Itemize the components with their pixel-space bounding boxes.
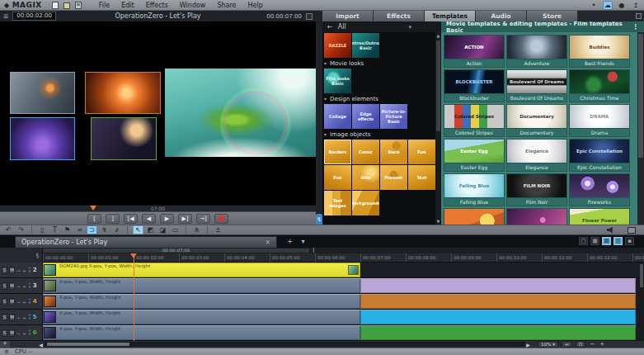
back-icon[interactable]: ← <box>327 23 333 31</box>
close-icon[interactable]: × <box>28 333 31 336</box>
ungroup-icon[interactable]: ∂ <box>111 225 122 234</box>
close-icon[interactable]: × <box>28 301 31 305</box>
mute-button[interactable]: M <box>9 267 15 274</box>
range-start-button[interactable]: [ <box>87 214 101 224</box>
range-end-button[interactable]: ] <box>106 214 120 224</box>
play-button[interactable]: ▶ <box>160 214 174 224</box>
zoom-out-button[interactable]: − <box>589 341 595 348</box>
range-tool-icon[interactable]: ▭ <box>170 225 181 234</box>
monitor-view-icon[interactable]: ▢ <box>579 237 588 245</box>
cloud-share-icon[interactable]: ☁ <box>603 1 613 10</box>
scroll-up-icon[interactable]: ▲ <box>435 32 441 39</box>
menu-share[interactable]: Share <box>211 2 242 9</box>
category-thumb[interactable]: Deco <box>380 140 407 164</box>
category-thumb[interactable]: Fun <box>324 165 351 190</box>
record-button[interactable] <box>214 214 228 224</box>
track-expand-icons[interactable]: +× <box>28 329 31 336</box>
template-card[interactable]: FILM NOIRFilm Noir <box>506 173 567 206</box>
redo-icon[interactable]: ↷ <box>16 225 26 234</box>
delete-icon[interactable]: ▯ <box>37 225 48 234</box>
undo-icon[interactable]: ↶ <box>3 225 14 234</box>
range-end-marker[interactable]: ] <box>313 248 314 252</box>
project-tab[interactable]: OperationZero - Let's Play × <box>15 236 277 248</box>
category-thumb[interactable]: Borders <box>324 140 351 164</box>
save-project-icon[interactable] <box>75 2 82 9</box>
category-scrollbar[interactable]: ▲ ▼ <box>435 32 441 225</box>
curve-icon[interactable]: ~ <box>16 283 21 289</box>
timeline-clip[interactable]: X-pos, Y-pos, Width, Height <box>43 310 360 324</box>
category-thumb[interactable]: Fun <box>408 140 435 164</box>
scrollbar-thumb[interactable] <box>640 264 643 287</box>
scrollbar-thumb[interactable] <box>47 343 129 346</box>
mute-button[interactable]: M <box>9 314 15 321</box>
dot-icon[interactable]: • <box>589 1 599 10</box>
zoom-fit-button[interactable]: ↔ <box>562 341 572 348</box>
open-project-icon[interactable] <box>63 2 70 9</box>
template-card[interactable]: Epic ConstellationEpic Constellation <box>569 139 630 172</box>
section-header[interactable]: ▾Movie looks <box>324 58 435 69</box>
zoom-frame-button[interactable]: ⊡ <box>576 341 586 348</box>
storyboard-mode-icon[interactable]: ▤ <box>602 237 611 245</box>
template-card[interactable]: Falling BlueFalling Blue <box>444 173 505 206</box>
more-options-icon[interactable]: ⋮ <box>632 23 639 31</box>
vertical-scrollbar[interactable] <box>639 263 644 341</box>
new-project-icon[interactable] <box>52 2 59 9</box>
category-thumb[interactable]: Text <box>408 165 435 190</box>
status-menu-icon[interactable]: ≡ <box>4 348 9 355</box>
mute-button[interactable]: M <box>9 282 15 290</box>
menu-file[interactable]: File <box>93 2 115 9</box>
export-icon[interactable]: ↥ <box>631 1 641 10</box>
curve-icon[interactable]: ~ <box>16 267 21 273</box>
track-header[interactable]: SM~÷+×6 <box>0 325 43 340</box>
tab-store[interactable]: Store <box>527 11 578 21</box>
template-card[interactable]: Flower Power <box>569 208 630 225</box>
mute-button[interactable]: M <box>9 298 15 305</box>
category-filter-label[interactable]: All <box>338 23 346 31</box>
tab-import[interactable]: Import <box>322 11 374 21</box>
tab-templates[interactable]: Templates <box>425 11 476 21</box>
template-card[interactable]: BuddiesBest friends <box>569 35 630 68</box>
solo-button[interactable]: S <box>2 267 7 274</box>
curve-mode-icon[interactable]: ⊃ <box>87 225 97 234</box>
template-scrollbar[interactable] <box>637 32 644 225</box>
template-card[interactable]: DRAMADrama <box>569 104 630 137</box>
jump-end-button[interactable]: →] <box>196 214 210 224</box>
timeline-clip[interactable]: X-pos, Y-pos, Width, Height <box>43 278 360 293</box>
source-thumb-4[interactable] <box>91 117 157 160</box>
add-project-tab-icon[interactable]: + <box>285 238 294 246</box>
menu-window[interactable]: Window <box>174 2 212 9</box>
prev-frame-button[interactable]: ◀ <box>142 214 156 224</box>
solo-button[interactable]: S <box>2 314 7 321</box>
range-bar[interactable]: 00:00:07:00 ] <box>0 248 644 253</box>
hscroll-right-icon[interactable]: ▶ <box>525 342 531 348</box>
section-header[interactable]: ▾Image objects <box>324 129 435 140</box>
timeline-clip[interactable] <box>360 325 636 340</box>
template-card[interactable]: Fireworks <box>569 173 630 206</box>
preview-scrubber[interactable]: 07:00 <box>0 205 316 211</box>
category-thumb[interactable]: RAZZLE <box>324 33 351 58</box>
source-thumb-2[interactable] <box>85 72 161 114</box>
template-card[interactable]: BLOCKBUSTERBlockbuster <box>444 69 505 102</box>
category-thumb[interactable]: Picture-in-Picture Basic <box>380 104 407 129</box>
hscroll-left-icon[interactable]: ◀ <box>38 342 44 348</box>
curve-icon[interactable]: ~ <box>16 299 21 305</box>
all-tracks-tool-icon[interactable]: ◪ <box>157 225 168 234</box>
solo-button[interactable]: S <box>2 282 7 290</box>
track-expand-icons[interactable]: +× <box>28 314 31 320</box>
arrow-tool-icon[interactable]: ↖ <box>133 225 143 234</box>
horizontal-scrollbar[interactable] <box>44 342 525 347</box>
template-card[interactable]: EleganceElegance <box>506 139 567 172</box>
keyframe-icon[interactable]: § <box>36 253 40 259</box>
single-object-tool-icon[interactable]: ◩ <box>145 225 156 234</box>
track-header[interactable]: SM~÷+×4 <box>0 294 43 309</box>
title-editor-icon[interactable]: T <box>49 225 60 234</box>
category-thumb[interactable]: Edge effects <box>352 104 379 129</box>
curve-icon[interactable]: ~ <box>16 330 21 336</box>
chevron-down-icon[interactable]: ▾ <box>408 24 411 31</box>
mute-button[interactable]: M <box>9 329 15 337</box>
tab-audio[interactable]: Audio <box>476 11 527 21</box>
template-card[interactable] <box>506 208 567 225</box>
template-card[interactable]: Easter EggEaster Egg <box>444 139 505 172</box>
close-tab-icon[interactable]: × <box>265 239 270 246</box>
fader-icon[interactable]: ÷ <box>22 267 26 273</box>
